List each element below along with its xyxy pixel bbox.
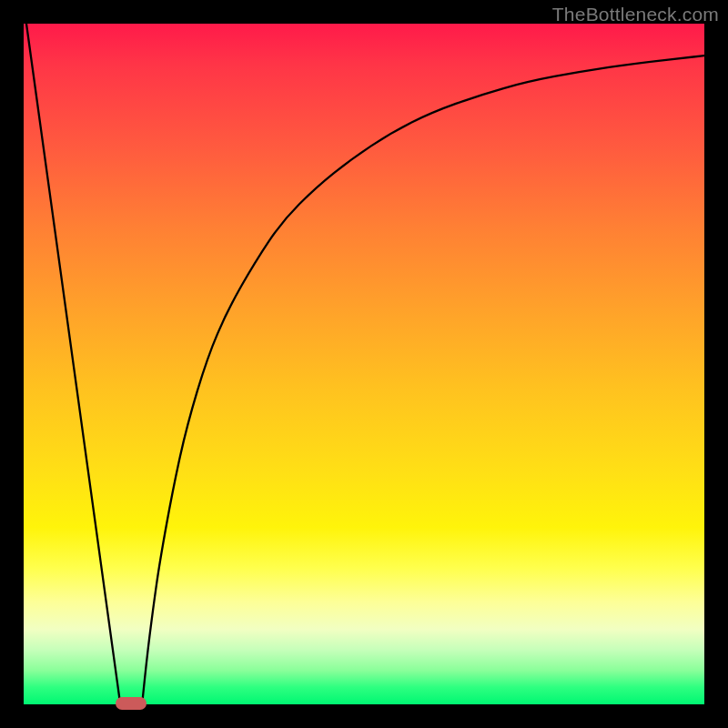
plot-background-gradient	[24, 24, 704, 704]
chart-frame: TheBottleneck.com	[0, 0, 728, 728]
watermark-text: TheBottleneck.com	[552, 4, 719, 25]
bottleneck-marker	[116, 697, 147, 710]
